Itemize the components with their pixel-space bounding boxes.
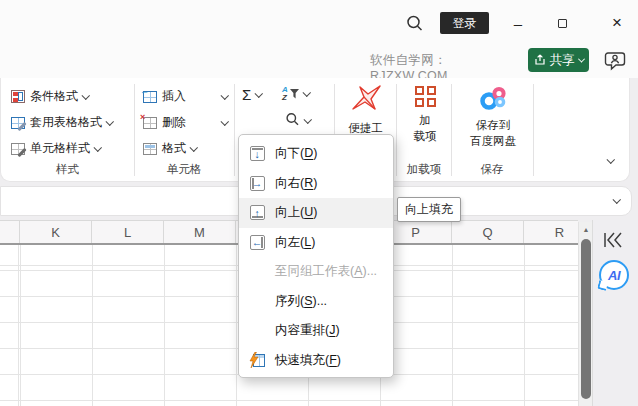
group-separator — [533, 84, 534, 176]
fill-down-icon: ↓ — [250, 146, 265, 161]
insert-icon: ← — [143, 91, 157, 103]
conditional-formatting-icon — [11, 90, 25, 103]
format-as-table-icon — [11, 117, 25, 129]
menu-item-label: 向右(R) — [275, 175, 317, 192]
baidu-netdisk-icon — [477, 84, 509, 116]
autosum-button[interactable]: Σ — [242, 84, 262, 105]
side-panel: AI — [592, 220, 638, 406]
sort-filter-button[interactable]: AZ — [282, 83, 310, 104]
group-separator — [234, 84, 235, 176]
scroll-up-icon[interactable]: ▲ — [579, 222, 593, 236]
add-ins-button[interactable]: 加 载项 — [400, 86, 450, 144]
insert-button[interactable]: ← 插入 — [143, 86, 227, 107]
scrollbar-thumb[interactable] — [581, 239, 591, 399]
chevron-down-icon — [220, 117, 228, 125]
fill-left-icon: ← — [250, 235, 265, 250]
menu-item-label: 序列(S)... — [275, 293, 327, 310]
search-icon[interactable] — [404, 13, 426, 35]
column-header[interactable]: L — [92, 221, 164, 243]
flash-fill-icon — [249, 353, 265, 368]
chevron-down-icon — [106, 117, 114, 125]
fill-right-icon: → — [250, 176, 265, 191]
magnifier-icon — [285, 112, 300, 130]
ai-assistant-icon[interactable]: AI — [599, 260, 629, 290]
save-label-line2: 百度网盘 — [470, 133, 516, 149]
chevron-down-icon — [220, 91, 228, 99]
minimize-icon[interactable]: – — [506, 11, 530, 35]
share-button[interactable]: 共享 — [528, 48, 589, 72]
delete-icon: × — [143, 117, 157, 129]
menu-item-label: 至同组工作表(A)... — [275, 263, 377, 280]
share-label: 共享 — [550, 52, 575, 69]
menu-item-fill-right[interactable]: → 向右(R) — [239, 169, 393, 199]
group-label-styles: 样式 — [1, 162, 134, 177]
add-ins-label-line2: 载项 — [414, 128, 437, 144]
menu-item-label: 向下(D) — [275, 145, 317, 162]
restore-window-icon[interactable] — [551, 14, 575, 34]
format-as-table-button[interactable]: 套用表格格式 — [11, 112, 113, 133]
fill-up-icon: ↑ — [250, 205, 265, 220]
chevron-down-icon — [304, 115, 312, 123]
tooltip: 向上填充 — [397, 197, 461, 222]
menu-item-fill-down[interactable]: ↓ 向下(D) — [239, 139, 393, 169]
find-select-button[interactable] — [285, 110, 311, 131]
column-header[interactable] — [0, 221, 20, 243]
format-button[interactable]: 格式 — [143, 138, 197, 159]
chevron-down-icon — [190, 143, 198, 151]
group-label-addins: 加载项 — [397, 162, 451, 177]
fill-dropdown-menu: ↓ 向下(D) → 向右(R) ↑ 向上(U) ← 向左(L) 至同组工作表(A… — [238, 134, 394, 378]
format-icon — [143, 143, 157, 155]
group-label-cells: 单元格 — [134, 162, 234, 177]
menu-item-fill-left[interactable]: ← 向左(L) — [239, 228, 393, 258]
collapse-panel-icon[interactable] — [602, 230, 624, 250]
chevron-down-icon — [82, 91, 90, 99]
vertical-scrollbar[interactable]: ▲ — [578, 222, 592, 406]
delete-button[interactable]: × 删除 — [143, 112, 227, 133]
save-to-baidu-button[interactable]: 保存到 百度网盘 — [454, 84, 532, 149]
menu-item-series[interactable]: 序列(S)... — [239, 287, 393, 317]
expand-formula-bar-icon[interactable] — [612, 195, 620, 203]
add-ins-label-line1: 加 — [419, 112, 431, 128]
cell-styles-icon — [11, 143, 25, 155]
close-icon[interactable]: × — [604, 10, 630, 36]
sort-filter-icon: AZ — [282, 86, 299, 102]
chevron-down-icon — [255, 89, 263, 97]
convenient-tool-button[interactable]: 便捷工 — [337, 82, 394, 136]
comments-icon[interactable] — [604, 50, 628, 72]
column-header[interactable]: Q — [452, 221, 524, 243]
chevron-down-icon — [577, 55, 584, 62]
share-icon — [534, 54, 546, 66]
save-label-line1: 保存到 — [476, 117, 511, 133]
title-bar: 登录 – × 软件自学网：RJZXW.COM 共享 — [0, 0, 638, 78]
menu-item-fill-up[interactable]: ↑ 向上(U) — [239, 198, 393, 228]
chevron-down-icon — [94, 143, 102, 151]
cell-styles-button[interactable]: 单元格样式 — [11, 138, 101, 159]
menu-item-justify[interactable]: 内容重排(J) — [239, 316, 393, 346]
group-label-save: 保存 — [451, 162, 533, 177]
menu-item-flash-fill[interactable]: 快速填充(F) — [239, 346, 393, 376]
excel-window: 登录 – × 软件自学网：RJZXW.COM 共享 条件格式 套用表格格式 单元… — [0, 0, 638, 406]
column-header[interactable]: M — [164, 221, 236, 243]
column-header[interactable]: K — [20, 221, 92, 243]
chevron-down-icon — [303, 88, 311, 96]
conditional-formatting-button[interactable]: 条件格式 — [11, 86, 89, 107]
autosum-icon: Σ — [242, 87, 251, 102]
menu-item-across-worksheets: 至同组工作表(A)... — [239, 257, 393, 287]
menu-item-label: 向左(L) — [275, 234, 315, 251]
menu-item-label: 内容重排(J) — [275, 322, 340, 339]
menu-item-label: 快速填充(F) — [275, 352, 341, 369]
login-button[interactable]: 登录 — [440, 12, 489, 34]
add-ins-icon — [415, 86, 436, 107]
menu-item-label: 向上(U) — [275, 204, 317, 221]
origami-crane-icon — [349, 82, 383, 118]
